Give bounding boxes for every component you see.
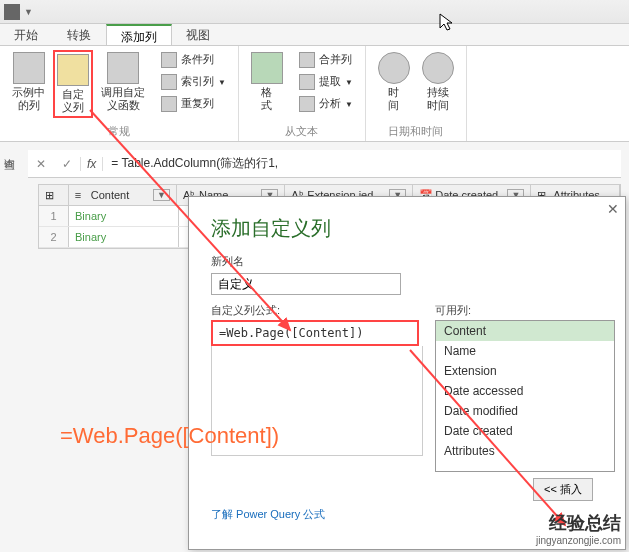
list-item[interactable]: Date modified xyxy=(436,401,614,421)
row-number: 1 xyxy=(39,206,69,226)
dialog-title: 添加自定义列 xyxy=(189,197,625,250)
format-icon xyxy=(251,52,283,84)
row-number: 2 xyxy=(39,227,69,247)
close-icon[interactable]: ✕ xyxy=(607,201,619,217)
duplicate-column-button[interactable]: 重复列 xyxy=(157,94,230,114)
ribbon-group-datetime: 时间 持续时间 日期和时间 xyxy=(366,46,467,141)
invoke-function-button[interactable]: 调用自定义函数 xyxy=(97,50,149,118)
annotation-text: =Web.Page([Content]) xyxy=(60,423,279,449)
list-item[interactable]: Content xyxy=(436,321,614,341)
duplicate-icon xyxy=(161,96,177,112)
filter-icon[interactable]: ▼ xyxy=(153,189,170,201)
table-icon: ⊞ xyxy=(45,189,57,201)
list-item[interactable]: Attributes xyxy=(436,441,614,461)
formula-text[interactable]: = Table.AddColumn(筛选的行1, xyxy=(103,155,621,172)
fx-icon xyxy=(107,52,139,84)
watermark: 经验总结 jingyanzongjie.com xyxy=(536,511,621,546)
index-icon xyxy=(161,74,177,90)
time-button[interactable]: 时间 xyxy=(374,50,414,114)
app-icon xyxy=(4,4,20,20)
extract-icon xyxy=(299,74,315,90)
index-column-button[interactable]: 索引列▼ xyxy=(157,72,230,92)
merge-columns-button[interactable]: 合并列 xyxy=(295,50,357,70)
insert-button[interactable]: << 插入 xyxy=(533,478,593,501)
fx-label: fx xyxy=(80,157,103,171)
list-item[interactable]: Name xyxy=(436,341,614,361)
add-custom-column-dialog: ✕ 添加自定义列 新列名 自定义列公式: =Web.Page([Content]… xyxy=(188,196,626,550)
example-column-button[interactable]: 示例中的列 xyxy=(8,50,49,118)
ribbon-group-text: 格式 合并列 提取▼ 分析▼ 从文本 xyxy=(239,46,366,141)
binary-icon: ≡ xyxy=(75,189,87,201)
tab-transform[interactable]: 转换 xyxy=(53,24,106,45)
ribbon: 示例中的列 自定义列 调用自定义函数 条件列 索引列▼ 重复列 常规 格式 合并… xyxy=(0,46,629,142)
expand-arrow-icon[interactable]: › xyxy=(4,156,8,171)
parse-icon xyxy=(299,96,315,112)
label-formula: 自定义列公式: xyxy=(211,299,423,320)
row-header-corner[interactable]: ⊞ xyxy=(39,185,69,205)
cell-content[interactable]: Binary xyxy=(69,227,179,247)
duration-button[interactable]: 持续时间 xyxy=(418,50,458,114)
condition-icon xyxy=(161,52,177,68)
format-button[interactable]: 格式 xyxy=(247,50,287,114)
group-label-general: 常规 xyxy=(8,124,230,139)
custom-column-button[interactable]: 自定义列 xyxy=(53,50,93,118)
label-new-column: 新列名 xyxy=(189,250,625,271)
cell-content[interactable]: Binary xyxy=(69,206,179,226)
list-item[interactable]: Date accessed xyxy=(436,381,614,401)
formula-input[interactable]: =Web.Page([Content]) xyxy=(211,320,419,346)
table-icon xyxy=(13,52,45,84)
title-bar: ▼ xyxy=(0,0,629,24)
available-columns-list[interactable]: Content Name Extension Date accessed Dat… xyxy=(435,320,615,472)
tab-add-column[interactable]: 添加列 xyxy=(106,24,172,45)
cancel-icon[interactable]: ✕ xyxy=(28,157,54,171)
dropdown-icon[interactable]: ▼ xyxy=(24,7,33,17)
tab-home[interactable]: 开始 xyxy=(0,24,53,45)
group-label-datetime: 日期和时间 xyxy=(374,124,458,139)
tab-view[interactable]: 视图 xyxy=(172,24,225,45)
column-name-input[interactable] xyxy=(211,273,401,295)
merge-icon xyxy=(299,52,315,68)
clock-icon xyxy=(378,52,410,84)
formula-bar: ✕ ✓ fx = Table.AddColumn(筛选的行1, xyxy=(28,150,621,178)
col-content[interactable]: ≡Content▼ xyxy=(69,185,177,205)
ribbon-group-general: 示例中的列 自定义列 调用自定义函数 条件列 索引列▼ 重复列 常规 xyxy=(0,46,239,141)
ribbon-tabs: 开始 转换 添加列 视图 xyxy=(0,24,629,46)
group-label-text: 从文本 xyxy=(247,124,357,139)
list-item[interactable]: Date created xyxy=(436,421,614,441)
list-item[interactable]: Extension xyxy=(436,361,614,381)
watermark-cn: 经验总结 xyxy=(536,511,621,535)
parse-button[interactable]: 分析▼ xyxy=(295,94,357,114)
stopwatch-icon xyxy=(422,52,454,84)
check-icon[interactable]: ✓ xyxy=(54,157,80,171)
label-available: 可用列: xyxy=(435,299,615,320)
sparkle-icon xyxy=(57,54,89,86)
conditional-column-button[interactable]: 条件列 xyxy=(157,50,230,70)
extract-button[interactable]: 提取▼ xyxy=(295,72,357,92)
watermark-en: jingyanzongjie.com xyxy=(536,535,621,546)
